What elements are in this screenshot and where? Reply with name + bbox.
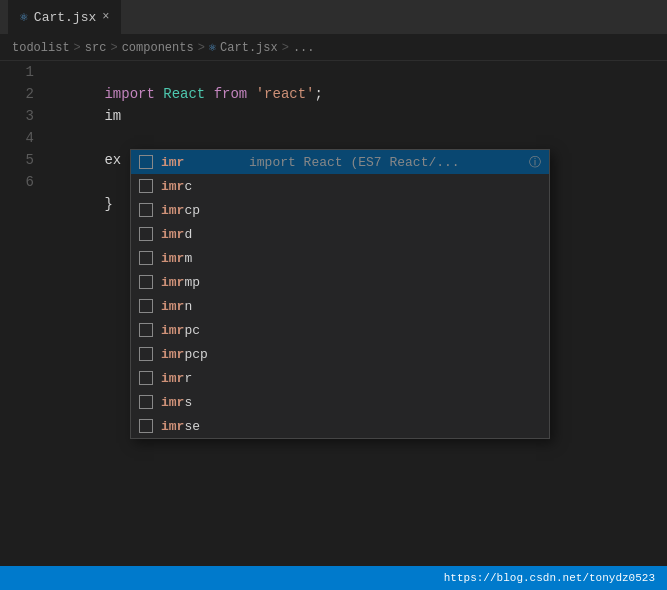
autocomplete-item-imrpc[interactable]: imrpc [131, 318, 549, 342]
autocomplete-item-imrn[interactable]: imrn [131, 294, 549, 318]
status-url: https://blog.csdn.net/tonydz0523 [444, 572, 655, 584]
info-icon-imr: ⓘ [529, 154, 541, 171]
breadcrumb: todolist > src > components > ⚛ Cart.jsx… [0, 35, 667, 61]
breadcrumb-part: components [122, 41, 194, 55]
tab-bar: ⚛ Cart.jsx × [0, 0, 667, 35]
line-number-3: 3 [0, 105, 50, 127]
item-icon-imrpc [139, 323, 153, 337]
item-label-imrpc: imrpc [161, 323, 241, 338]
breadcrumb-sep: > [282, 41, 289, 55]
autocomplete-item-imrcp[interactable]: imrcp [131, 198, 549, 222]
item-icon-imrcp [139, 203, 153, 217]
token-brace: } [104, 196, 112, 212]
item-label-imrse: imrse [161, 419, 241, 434]
autocomplete-item-imrse[interactable]: imrse [131, 414, 549, 438]
breadcrumb-sep: > [198, 41, 205, 55]
tab-filename: Cart.jsx [34, 10, 96, 25]
autocomplete-item-imrc[interactable]: imrc [131, 174, 549, 198]
breadcrumb-part: todolist [12, 41, 70, 55]
item-label-imrmp: imrmp [161, 275, 241, 290]
item-label-imrn: imrn [161, 299, 241, 314]
item-icon-imrm [139, 251, 153, 265]
token-ex: ex [104, 152, 121, 168]
breadcrumb-part: src [85, 41, 107, 55]
item-label-imrr: imrr [161, 371, 241, 386]
breadcrumb-sep: > [110, 41, 117, 55]
breadcrumb-part: ... [293, 41, 315, 55]
item-label-imrpcp: imrpcp [161, 347, 241, 362]
item-icon-imrc [139, 179, 153, 193]
item-label-imrm: imrm [161, 251, 241, 266]
code-line-3: 3 [0, 105, 667, 127]
code-editor[interactable]: 1 import React from 'react'; 2 im 3 4 ex… [0, 61, 667, 193]
item-icon-imr [139, 155, 153, 169]
item-label-imrcp: imrcp [161, 203, 241, 218]
autocomplete-dropdown: imr import React (ES7 React/... ⓘ imrc i… [130, 149, 550, 439]
item-label-imrs: imrs [161, 395, 241, 410]
line-number-2: 2 [0, 83, 50, 105]
jsx-file-icon: ⚛ [20, 9, 28, 25]
breadcrumb-sep: > [74, 41, 81, 55]
autocomplete-item-imrpcp[interactable]: imrpcp [131, 342, 549, 366]
file-icon: ⚛ [209, 40, 216, 55]
item-icon-imrn [139, 299, 153, 313]
autocomplete-item-imrd[interactable]: imrd [131, 222, 549, 246]
item-icon-imrmp [139, 275, 153, 289]
tab-close-button[interactable]: × [102, 10, 109, 24]
line-number-4: 4 [0, 127, 50, 149]
code-line-1: 1 import React from 'react'; [0, 61, 667, 83]
item-icon-imrpcp [139, 347, 153, 361]
status-bar: https://blog.csdn.net/tonydz0523 [0, 566, 667, 590]
autocomplete-item-imrs[interactable]: imrs [131, 390, 549, 414]
item-description-imr: import React (ES7 React/... [249, 155, 521, 170]
item-icon-imrs [139, 395, 153, 409]
line-number-5: 5 [0, 149, 50, 171]
item-icon-imrd [139, 227, 153, 241]
autocomplete-item-imrmp[interactable]: imrmp [131, 270, 549, 294]
code-line-2: 2 im [0, 83, 667, 105]
autocomplete-item-imrr[interactable]: imrr [131, 366, 549, 390]
autocomplete-item-imrm[interactable]: imrm [131, 246, 549, 270]
item-icon-imrr [139, 371, 153, 385]
autocomplete-item-imr[interactable]: imr import React (ES7 React/... ⓘ [131, 150, 549, 174]
item-label-imr: imr [161, 155, 241, 170]
cart-tab[interactable]: ⚛ Cart.jsx × [8, 0, 121, 35]
item-label-imrd: imrd [161, 227, 241, 242]
line-number-1: 1 [0, 61, 50, 83]
item-icon-imrse [139, 419, 153, 433]
code-line-4: 4 ex nent{ [0, 127, 667, 149]
item-label-imrc: imrc [161, 179, 241, 194]
line-number-6: 6 [0, 171, 50, 193]
breadcrumb-file: Cart.jsx [220, 41, 278, 55]
